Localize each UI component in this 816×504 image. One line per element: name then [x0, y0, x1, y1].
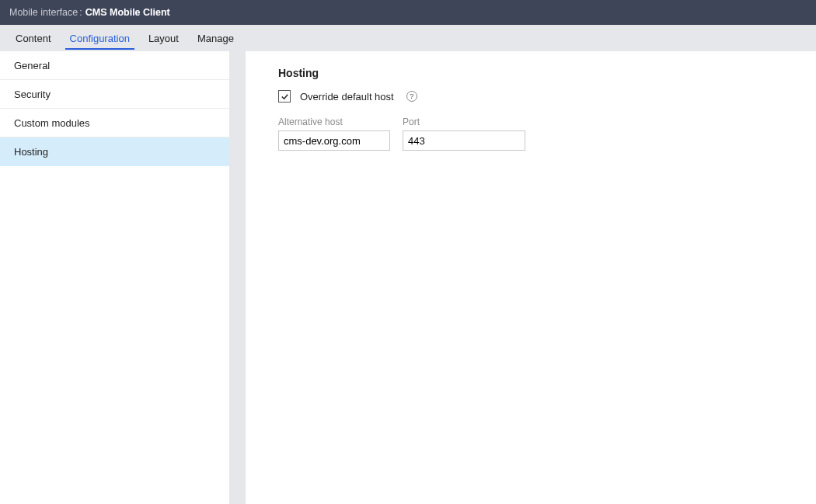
sidebar-item-label: General	[14, 60, 50, 71]
sidebar-item-custom-modules[interactable]: Custom modules	[0, 109, 229, 137]
sidebar: General Security Custom modules Hosting	[0, 51, 230, 504]
alt-host-input[interactable]	[278, 130, 390, 151]
override-row: Override default host ?	[278, 90, 799, 103]
tab-configuration[interactable]: Configuration	[61, 25, 139, 51]
fields-row: Alternative host Port	[278, 116, 799, 151]
override-label: Override default host	[300, 91, 394, 103]
alt-host-group: Alternative host	[278, 116, 390, 151]
sidebar-item-label: Custom modules	[14, 117, 90, 129]
tab-content[interactable]: Content	[6, 25, 61, 51]
sidebar-item-label: Hosting	[14, 146, 48, 158]
sidebar-item-security[interactable]: Security	[0, 80, 229, 109]
tab-layout[interactable]: Layout	[139, 25, 188, 51]
main-panel: Hosting Override default host ? Alternat…	[261, 51, 816, 504]
alt-host-label: Alternative host	[278, 116, 390, 127]
header-bar: Mobile interface : CMS Mobile Client	[0, 0, 816, 25]
checkmark-icon	[281, 92, 289, 101]
panel-gap	[230, 51, 246, 504]
header-prefix: Mobile interface	[9, 7, 78, 18]
tab-manage[interactable]: Manage	[188, 25, 243, 51]
sidebar-item-hosting[interactable]: Hosting	[0, 137, 229, 166]
port-group: Port	[403, 116, 525, 151]
header-separator: :	[79, 7, 82, 18]
content-area: General Security Custom modules Hosting …	[0, 51, 816, 504]
help-icon[interactable]: ?	[406, 91, 417, 102]
header-title: CMS Mobile Client	[85, 7, 170, 18]
override-checkbox[interactable]	[278, 90, 291, 103]
tabs-bar: Content Configuration Layout Manage	[0, 25, 816, 51]
port-label: Port	[403, 116, 525, 127]
sidebar-item-general[interactable]: General	[0, 51, 229, 80]
port-input[interactable]	[403, 130, 525, 151]
panel-title: Hosting	[278, 67, 799, 79]
sidebar-item-label: Security	[14, 89, 51, 100]
